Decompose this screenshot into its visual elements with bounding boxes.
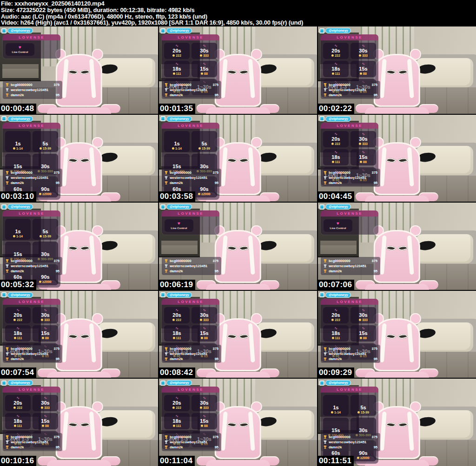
- tip-menu-item[interactable]: ∿ 15s 88: [33, 413, 58, 429]
- tip-menu-item[interactable]: ∿ 18s 111: [323, 61, 349, 77]
- tip-menu-item[interactable]: ∿ 20s 222: [164, 43, 190, 59]
- vibration-wave-icon: ∿: [165, 396, 189, 400]
- video-thumbnail[interactable]: @viphoneyy LOVENSE ♥ Live Control ∿ 20s …: [318, 379, 476, 466]
- trophy-icon: [165, 259, 168, 263]
- top-tippers-panel: bcg00000000 375 westerncowboy123451 damn…: [162, 257, 221, 275]
- tip-menu-item[interactable]: ∿ 18s 111: [164, 413, 190, 429]
- chair-seat: [47, 107, 111, 113]
- chair-trim: [89, 412, 96, 451]
- tip-menu-item[interactable]: 1s 1-14: [164, 131, 190, 152]
- tip-menu-item[interactable]: ∿ 30s 333: [350, 131, 376, 147]
- chair-eye-decal: [239, 333, 249, 340]
- token-icon: [201, 425, 203, 427]
- streamer-handle: @viphoneyy: [166, 380, 192, 386]
- lovense-tip-menu-panel: LOVENSE ♥ Live Control ∿ 20s 222 ∿ 30s 3…: [3, 123, 60, 200]
- tip-menu-item[interactable]: ∿ 30s 333: [350, 307, 376, 323]
- lovense-title: LOVENSE: [3, 123, 60, 129]
- tip-menu-item[interactable]: 1s 1-14: [5, 219, 31, 240]
- tip-menu-item[interactable]: ∿ 20s 222: [323, 307, 349, 323]
- tip-menu-item[interactable]: ∿ 18s 111: [164, 325, 190, 341]
- video-thumbnail[interactable]: @viphoneyy LOVENSE ♥ Live Control ∿ 20s …: [318, 26, 476, 114]
- tip-menu-item[interactable]: 5s 15-99: [33, 219, 58, 240]
- tipper-row: bcg00000000 375: [6, 170, 60, 175]
- video-thumbnail[interactable]: @viphoneyy LOVENSE ♥ Live Control ∿ 20s …: [0, 115, 158, 202]
- meta-audio-line: Audio: aac (LC) (mp4a / 0x6134706D), 480…: [1, 13, 476, 20]
- lovense-title: LOVENSE: [162, 210, 219, 217]
- tip-menu-item[interactable]: ∿ 18s 111: [323, 149, 349, 165]
- video-thumbnail[interactable]: @viphoneyy LOVENSE ♥ Live Control ∿ 20s …: [0, 203, 158, 290]
- streamer-badge: @viphoneyy: [160, 380, 192, 386]
- video-thumbnail[interactable]: @viphoneyy LOVENSE ♥ Live Control ∿ 20s …: [0, 379, 158, 466]
- tip-menu-item[interactable]: ∿ 20s 222: [164, 307, 190, 323]
- chair-trim: [221, 147, 228, 187]
- streamer-handle: @viphoneyy: [7, 204, 33, 210]
- live-control-tile[interactable]: ♥ Live Control: [6, 43, 34, 56]
- video-thumbnail[interactable]: @viphoneyy LOVENSE ♥ Live Control ∿ 20s …: [0, 291, 158, 378]
- cam-site-icon: [160, 292, 165, 297]
- trophy-icon: [6, 269, 9, 273]
- tipper-row: bcg00000000 375: [324, 258, 377, 263]
- tip-menu-item[interactable]: ∿ 18s 111: [164, 61, 190, 77]
- video-thumbnail[interactable]: @viphoneyy LOVENSE ♥ Live Control ∿ 20s …: [159, 291, 317, 378]
- tip-menu-item[interactable]: ∿ 15s 88: [33, 325, 58, 341]
- tip-menu-item[interactable]: ∿ 30s 333: [350, 43, 376, 59]
- meta-size-line: Size: 472325022 bytes (450 MiB), duratio…: [1, 7, 476, 13]
- chair-eye-decal: [227, 333, 237, 340]
- trophy-icon: [6, 176, 9, 179]
- video-thumbnail[interactable]: @viphoneyy LOVENSE ♥ Live Control ∿ 20s …: [318, 115, 476, 202]
- video-thumbnail[interactable]: @viphoneyy LOVENSE ♥ Live Control ∿ 20s …: [159, 379, 317, 466]
- cam-site-icon: [319, 292, 324, 297]
- tip-menu-item[interactable]: ∿ 30s 333: [33, 395, 58, 411]
- live-control-tile[interactable]: ♥ Live Control: [324, 219, 352, 232]
- timestamp: 00:09:29: [318, 368, 354, 378]
- vibration-wave-icon: ∿: [324, 327, 348, 330]
- video-thumbnail[interactable]: @viphoneyy LOVENSE ♥ Live Control ∿ 20s …: [318, 291, 476, 378]
- tip-menu-levels: 1s 1-14 5s 15-99 15s 100-499 30s 500-999: [3, 129, 60, 200]
- tip-menu-item[interactable]: 5s 15-99: [33, 131, 58, 152]
- chair-trim: [248, 147, 255, 187]
- chair-back: [374, 406, 420, 459]
- tip-menu-item[interactable]: ∿ 30s 333: [192, 307, 217, 323]
- tip-menu-item[interactable]: ∿ 18s 111: [5, 325, 31, 341]
- video-thumbnail[interactable]: @viphoneyy LOVENSE ♥ Live Control ∿ 20s …: [159, 26, 317, 114]
- chair-seat: [206, 460, 270, 466]
- token-icon: [14, 425, 16, 427]
- video-thumbnail[interactable]: @viphoneyy LOVENSE ♥ Live Control ∿ 20s …: [318, 203, 476, 290]
- tip-menu-item[interactable]: 5s 15-99: [192, 131, 217, 152]
- tip-menu-item[interactable]: ∿ 18s 111: [323, 325, 349, 341]
- tip-menu-item[interactable]: ∿ 20s 222: [5, 307, 31, 323]
- tip-menu-item[interactable]: ∿ 15s 88: [350, 149, 376, 165]
- tip-menu-item[interactable]: ∿ 20s 222: [323, 131, 349, 147]
- video-thumbnail[interactable]: @viphoneyy LOVENSE ♥ Live Control ∿ 20s …: [159, 115, 317, 202]
- tip-menu-item[interactable]: ∿ 15s 88: [192, 325, 217, 341]
- tip-menu-item[interactable]: 5s 15-99: [350, 395, 376, 416]
- timestamp: 00:05:32: [0, 280, 36, 290]
- tip-menu-item[interactable]: ∿ 15s 88: [350, 61, 376, 77]
- tip-menu-item[interactable]: ∿ 30s 333: [192, 43, 217, 59]
- tip-menu-item[interactable]: 1s 1-14: [5, 131, 31, 152]
- tip-menu-item[interactable]: ∿ 30s 333: [192, 395, 217, 411]
- tip-menu-item[interactable]: ∿ 18s 111: [5, 413, 31, 429]
- tipper-row: damn2k 95: [324, 269, 377, 274]
- top-tippers-panel: bcg00000000 375 westerncowboy123451 damn…: [321, 257, 380, 275]
- video-thumbnail[interactable]: @viphoneyy LOVENSE ♥ Live Control ∿ 20s …: [0, 26, 158, 114]
- tip-menu-item[interactable]: ∿ 20s 222: [164, 395, 190, 411]
- tip-menu-item[interactable]: ∿ 15s 88: [192, 413, 217, 429]
- tip-menu-item[interactable]: 1s 1-14: [323, 395, 349, 416]
- streamer-handle: @viphoneyy: [325, 116, 351, 122]
- vibration-wave-icon: ∿: [33, 396, 57, 400]
- chair-trim: [62, 323, 69, 363]
- video-thumbnail[interactable]: @viphoneyy LOVENSE ♥ Live Control ∿ 20s …: [159, 203, 317, 290]
- live-control-tile[interactable]: ♥ Live Control: [165, 219, 193, 232]
- chair-trim: [407, 147, 414, 187]
- streamer-handle: @viphoneyy: [7, 116, 33, 122]
- tip-menu-item[interactable]: ∿ 30s 333: [33, 307, 58, 323]
- tipper-row: bcg00000000 375: [324, 434, 377, 440]
- tip-menu-item[interactable]: ∿ 15s 88: [350, 325, 376, 341]
- lovense-title: LOVENSE: [162, 299, 219, 305]
- tipper-row: damn2k 95: [165, 180, 218, 185]
- tip-menu-item[interactable]: ∿ 20s 222: [5, 395, 31, 411]
- tip-menu-item[interactable]: ∿ 20s 222: [323, 43, 349, 59]
- lovense-title: LOVENSE: [3, 299, 60, 305]
- tip-menu-item[interactable]: ∿ 15s 88: [192, 61, 217, 77]
